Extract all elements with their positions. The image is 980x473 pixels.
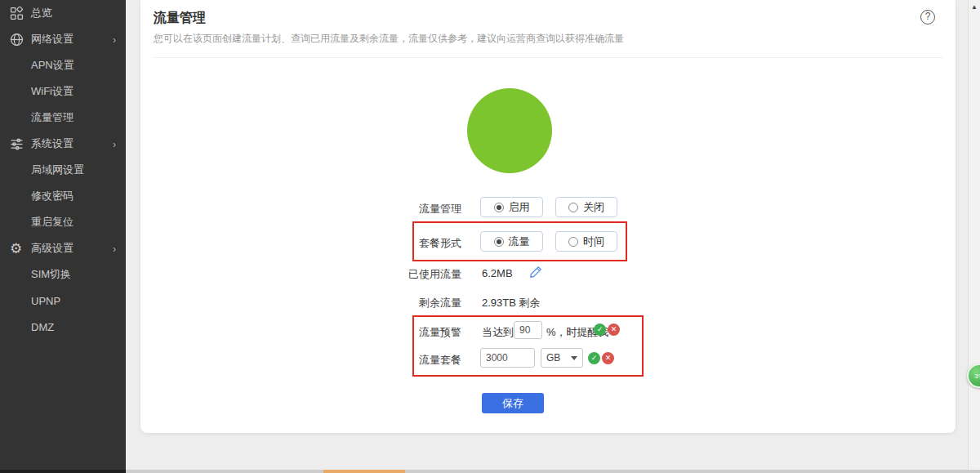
sidebar-item-label: UPNP: [31, 295, 60, 307]
radio-plan-time-label: 时间: [583, 234, 604, 249]
alert-prefix-text: 当达到: [482, 325, 514, 340]
bottom-edge-orange-segment: [323, 470, 405, 473]
page-subtitle: 您可以在该页面创建流量计划、查询已用流量及剩余流量，流量仅供参考，建议向运营商查…: [154, 32, 624, 46]
alert-cancel-icon[interactable]: ✕: [608, 324, 620, 336]
sidebar-item-label: 系统设置: [31, 136, 74, 151]
sidebar-item-label: 局域网设置: [31, 163, 84, 177]
scrollbar-track[interactable]: ▲: [968, 0, 980, 470]
sidebar-item-network-settings[interactable]: 网络设置 ›: [0, 26, 126, 52]
traffic-alert-label: 流量预警: [359, 325, 461, 340]
sidebar: 总览 网络设置 › APN设置 WiFi设置 流量管理 系统设置 › 局域网设置: [0, 0, 126, 470]
radio-dot-selected: [494, 203, 504, 212]
used-traffic-value: 6.2MB: [482, 267, 513, 279]
radio-disable-label: 关闭: [583, 200, 604, 215]
gear-icon: ⚙: [10, 242, 31, 256]
alert-confirm-icon[interactable]: ✓: [594, 324, 606, 336]
sliders-icon: [10, 137, 31, 151]
save-button[interactable]: 保存: [482, 393, 544, 413]
chevron-down-icon: [571, 356, 577, 360]
sidebar-item-overview[interactable]: 总览: [0, 0, 126, 26]
sidebar-item-label: 流量管理: [31, 110, 74, 125]
package-amount-input[interactable]: [480, 348, 535, 368]
alert-percent-input[interactable]: [514, 321, 542, 339]
package-confirm-icon[interactable]: ✓: [588, 352, 600, 364]
package-unit-value: GB: [546, 352, 560, 364]
sidebar-item-label: 高级设置: [31, 241, 74, 256]
bottom-window-edge: [0, 470, 980, 473]
radio-dot-selected: [494, 237, 504, 247]
chevron-right-icon: ›: [113, 243, 116, 254]
bottom-edge-dark-segment: [0, 470, 126, 473]
radio-plan-traffic[interactable]: 流量: [480, 231, 543, 252]
sidebar-item-advanced-settings[interactable]: ⚙ 高级设置 ›: [0, 235, 126, 261]
edit-pencil-icon[interactable]: [529, 266, 542, 282]
radio-enable-label: 启用: [509, 200, 530, 215]
sidebar-item-label: 修改密码: [31, 189, 74, 203]
radio-enable[interactable]: 启用: [480, 197, 543, 217]
sidebar-item-lan-settings[interactable]: 局域网设置: [0, 157, 126, 183]
scroll-up-arrow-icon[interactable]: ▲: [971, 3, 978, 11]
grid-icon: [10, 7, 31, 20]
radio-disable[interactable]: 关闭: [555, 197, 617, 217]
globe-icon: [10, 33, 31, 47]
sidebar-item-wifi-settings[interactable]: WiFi设置: [0, 78, 126, 105]
sidebar-item-label: WiFi设置: [31, 84, 74, 99]
radio-plan-traffic-label: 流量: [509, 234, 530, 249]
radio-dot: [568, 237, 578, 247]
radio-dot: [568, 203, 578, 212]
radio-plan-time[interactable]: 时间: [555, 231, 617, 252]
traffic-management-page: 总览 网络设置 › APN设置 WiFi设置 流量管理 系统设置 › 局域网设置: [0, 0, 980, 473]
package-unit-select[interactable]: GB: [541, 348, 583, 368]
sidebar-item-label: SIM切换: [31, 267, 71, 282]
sidebar-item-apn-settings[interactable]: APN设置: [0, 52, 126, 78]
chevron-right-icon: ›: [113, 33, 116, 45]
page-title: 流量管理: [154, 10, 206, 27]
used-traffic-label: 已使用流量: [359, 267, 461, 282]
sidebar-item-label: 总览: [31, 6, 52, 20]
remaining-traffic-label: 剩余流量: [359, 296, 461, 310]
sidebar-item-label: 重启复位: [31, 215, 74, 230]
sidebar-item-label: DMZ: [31, 321, 54, 333]
sidebar-item-label: 网络设置: [31, 32, 74, 47]
traffic-switch-label: 流量管理: [359, 202, 461, 216]
sidebar-item-system-settings[interactable]: 系统设置 ›: [0, 131, 126, 157]
package-cancel-icon[interactable]: ✕: [602, 352, 614, 364]
sidebar-item-traffic-management[interactable]: 流量管理: [0, 105, 126, 131]
sidebar-item-label: APN设置: [31, 58, 74, 73]
sidebar-item-restart-reset[interactable]: 重启复位: [0, 209, 126, 235]
sidebar-item-sim-switch[interactable]: SIM切换: [0, 261, 126, 288]
plan-type-label: 套餐形式: [359, 236, 461, 251]
help-icon[interactable]: ?: [920, 10, 935, 25]
remaining-traffic-value: 2.93TB 剩余: [482, 296, 541, 310]
traffic-pie-chart: [467, 88, 552, 173]
header-divider: [154, 57, 942, 58]
sidebar-item-upnp[interactable]: UPNP: [0, 288, 126, 314]
sidebar-item-dmz[interactable]: DMZ: [0, 314, 126, 340]
chevron-right-icon: ›: [113, 138, 116, 149]
traffic-package-label: 流量套餐: [359, 353, 461, 368]
sidebar-item-change-password[interactable]: 修改密码: [0, 183, 126, 209]
